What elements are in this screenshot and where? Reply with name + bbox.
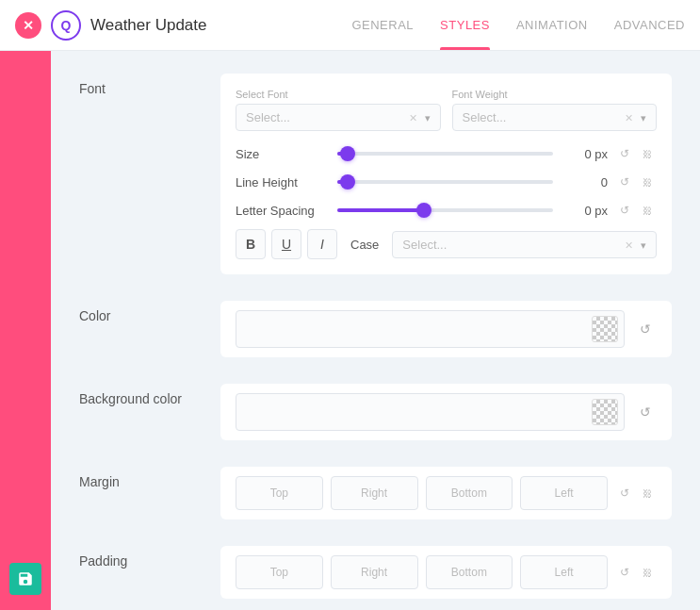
padding-section: Padding Top Right Bottom Left [79,546,672,599]
case-dropdown[interactable]: Select... ✕ ▾ [392,231,657,258]
header-left: ✕ Q Weather Update [15,10,351,41]
background-input[interactable] [236,393,625,431]
padding-link-icon[interactable] [638,563,657,582]
bold-button[interactable]: B [236,229,266,259]
clear-font-icon[interactable]: ✕ [409,112,417,124]
padding-content: Top Right Bottom Left [220,546,672,599]
tab-animation[interactable]: ANIMATION [516,0,588,50]
case-value: Select... [402,238,447,252]
color-reset-button[interactable] [634,318,657,340]
line-height-thumb[interactable] [340,174,355,190]
color-content [220,301,672,357]
margin-reset-icon[interactable] [615,484,634,503]
select-font-label: Select Font [236,89,441,100]
letter-spacing-value: 0 px [561,204,608,218]
font-weight-label: Font Weight [452,89,658,100]
letter-spacing-label: Letter Spacing [236,204,330,218]
color-checker-icon [592,316,618,342]
padding-label: Padding [79,546,202,569]
font-label: Font [79,74,202,96]
size-slider-track[interactable] [337,144,553,163]
size-thumb[interactable] [340,146,355,161]
padding-reset-icon[interactable] [615,563,634,582]
padding-row: Top Right Bottom Left [236,555,657,589]
close-button[interactable]: ✕ [15,12,41,39]
header-tabs: GENERAL STYLES ANIMATION ADVANCED [351,0,685,50]
padding-bottom-input[interactable]: Bottom [426,555,513,589]
size-value: 0 px [561,147,608,161]
line-height-track [337,180,553,184]
select-weight-value: Select... [463,110,507,124]
clear-weight-icon[interactable]: ✕ [625,112,633,124]
chevron-down-case-icon: ▾ [641,239,646,251]
line-height-row: Line Height 0 [236,173,657,191]
letter-spacing-track [337,208,553,212]
sidebar [0,51,51,610]
letter-spacing-fill [337,208,424,212]
size-icons [615,144,657,163]
tab-styles[interactable]: STYLES [440,0,490,50]
letter-spacing-icons [615,201,657,220]
color-input[interactable] [236,310,625,348]
color-label: Color [79,301,202,323]
letter-spacing-row: Letter Spacing 0 px [236,201,657,220]
sidebar-bottom [0,563,51,595]
letter-spacing-thumb[interactable] [416,203,431,218]
save-button[interactable] [9,563,41,595]
main-layout: Font Select Font Select... ✕ ▾ [0,51,700,610]
color-row [236,310,657,348]
margin-row: Top Right Bottom Left [236,476,657,510]
padding-top-input[interactable]: Top [236,555,323,589]
color-section: Color [79,301,672,357]
margin-section: Margin Top Right Bottom Left [79,467,672,519]
margin-bottom-input[interactable]: Bottom [426,476,513,510]
line-height-link-icon[interactable] [638,173,657,191]
margin-top-input[interactable]: Top [236,476,323,510]
chevron-down-font-icon: ▾ [425,112,431,124]
margin-link-icon[interactable] [638,484,657,503]
case-label: Case [350,238,379,252]
letter-spacing-reset-icon[interactable] [615,201,634,220]
letter-spacing-link-icon[interactable] [638,201,657,220]
chevron-down-weight-icon: ▾ [641,112,646,124]
letter-spacing-slider-track[interactable] [337,201,553,220]
margin-content: Top Right Bottom Left [220,467,672,519]
margin-icons [615,484,657,503]
select-weight-dropdown[interactable]: Select... ✕ ▾ [452,104,658,131]
background-section: Background color [79,384,672,440]
background-row [236,393,657,431]
size-label: Size [236,147,330,161]
size-link-icon[interactable] [638,144,657,163]
line-height-slider-track[interactable] [337,173,553,191]
underline-button[interactable]: U [271,229,301,259]
margin-label: Margin [79,467,202,489]
header: ✕ Q Weather Update GENERAL STYLES ANIMAT… [0,0,700,51]
size-row: Size 0 px [236,144,657,163]
padding-right-input[interactable]: Right [331,555,418,589]
page-title: Weather Update [90,16,206,35]
select-weight-wrap: Font Weight Select... ✕ ▾ [452,89,658,131]
line-height-value: 0 [561,175,608,190]
background-content [220,384,672,440]
padding-left-input[interactable]: Left [520,555,608,589]
select-font-value: Select... [246,110,290,124]
save-icon [17,570,34,587]
tab-general[interactable]: GENERAL [351,0,414,50]
margin-right-input[interactable]: Right [331,476,418,510]
app-logo: Q [51,10,81,41]
font-section: Font Select Font Select... ✕ ▾ [79,74,672,274]
background-label: Background color [79,384,202,406]
tab-advanced[interactable]: ADVANCED [614,0,685,50]
content-area: Font Select Font Select... ✕ ▾ [51,51,700,610]
line-height-reset-icon[interactable] [615,173,634,191]
line-height-icons [615,173,657,191]
background-reset-button[interactable] [634,401,657,423]
size-reset-icon[interactable] [615,144,634,163]
select-font-dropdown[interactable]: Select... ✕ ▾ [236,104,441,131]
margin-left-input[interactable]: Left [520,476,608,510]
select-font-wrap: Select Font Select... ✕ ▾ [236,89,441,131]
italic-button[interactable]: I [307,229,337,259]
background-checker-icon [592,399,618,425]
line-height-label: Line Height [236,175,330,190]
clear-case-icon[interactable]: ✕ [625,239,633,251]
